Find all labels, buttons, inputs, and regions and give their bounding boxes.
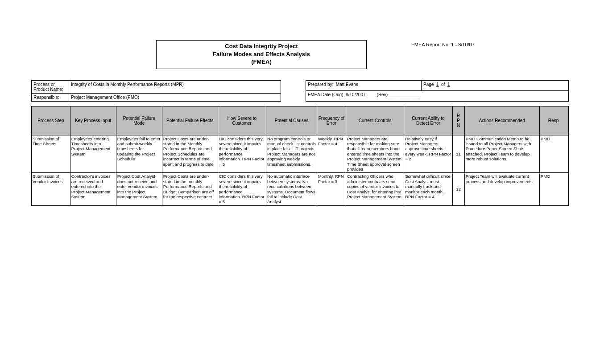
meta-row: Process or Product Name: Integrity of Co… — [31, 80, 569, 102]
report-label: FMEA Report No. 1 - 8/10/07 — [411, 40, 475, 47]
title-line1: Cost Data Integrity Project — [161, 42, 362, 50]
meta-left-table: Process or Product Name: Integrity of Co… — [31, 80, 281, 102]
responsible-label: Responsible: — [32, 93, 69, 101]
rev-value: ____________ — [389, 92, 419, 97]
hdr-detect: Current Ability to Detect Error — [404, 106, 452, 135]
cell-key-input: Contractor's invoices are received and e… — [70, 173, 116, 205]
cell-rpn: 11 — [452, 135, 464, 173]
fmea-date-label: FMEA Date (Orig) — [308, 92, 343, 97]
hdr-frequency: Frequency of Error — [317, 106, 346, 135]
cell-detect: Relatively easy if Project Managers appr… — [404, 135, 452, 173]
page-container: Cost Data Integrity Project Failure Mode… — [0, 0, 600, 206]
meta-right-table: Prepared by: Matt Evans Page 1 of 1 FMEA… — [306, 80, 569, 102]
prepared-by-cell: Prepared by: Matt Evans — [306, 80, 422, 91]
meta-gap — [281, 80, 306, 102]
cell-controls: Project Managers are responsible for mak… — [346, 135, 404, 173]
cell-resp: PMO — [539, 135, 568, 173]
process-label: Process or Product Name: — [32, 80, 69, 93]
hdr-resp: Resp. — [539, 106, 568, 135]
page-cell: Page 1 of 1 — [422, 80, 569, 91]
cell-causes: No automatic interface between systems. … — [266, 173, 317, 205]
cell-failure-mode: Project Cost Analyst does not receive an… — [116, 173, 162, 205]
hdr-process-step: Process Step — [32, 106, 70, 135]
cell-failure-effects: Project Costs are under-stated in the mo… — [162, 173, 218, 205]
cell-actions: Project Team will evaluate current proce… — [464, 173, 539, 205]
cell-actions: PMO Communication Memo to be issued to a… — [464, 135, 539, 173]
hdr-rpn: R P N — [452, 106, 464, 135]
cell-process-step: Submission of Time Sheets — [32, 135, 70, 173]
hdr-failure-mode: Potential Failure Mode — [116, 106, 162, 135]
cell-key-input: Employees entering Timesheets into Proje… — [70, 135, 116, 173]
cell-severe: CIO considers this very severe since it … — [218, 135, 266, 173]
title-box: Cost Data Integrity Project Failure Mode… — [156, 40, 367, 69]
prepared-by-value: Matt Evans — [336, 82, 358, 87]
page-total: 1 — [447, 82, 450, 87]
cell-severe: CIO considers this very severe since it … — [218, 173, 266, 205]
title-line2: Failure Modes and Effects Analysis — [161, 50, 362, 58]
hdr-failure-effects: Potential Failure Effects — [162, 106, 218, 135]
fmea-table: Process Step Key Process Input Potential… — [31, 106, 569, 206]
cell-causes: No program controls or manual check list… — [266, 135, 317, 173]
hdr-causes: Potential Causes — [266, 106, 317, 135]
fmea-date-value: 8/10/2007 — [346, 92, 366, 97]
process-value: Integrity of Costs in Monthly Performanc… — [69, 80, 281, 93]
cell-rpn: 12 — [452, 173, 464, 205]
prepared-by-label: Prepared by: — [308, 82, 333, 87]
header-row: Cost Data Integrity Project Failure Mode… — [31, 40, 569, 69]
cell-process-step: Submission of Vendor Invoices — [32, 173, 70, 205]
header-row: Process Step Key Process Input Potential… — [32, 106, 569, 135]
hdr-controls: Current Controls — [346, 106, 404, 135]
hdr-severe: How Severe to Customer — [218, 106, 266, 135]
page-label: Page — [423, 82, 434, 87]
rev-label: (Rev) — [377, 92, 388, 97]
cell-resp: PMO — [539, 173, 568, 205]
cell-controls: Contracting Officers who administer cont… — [346, 173, 404, 205]
cell-detect: Somewhat difficult since Cost Analyst mu… — [404, 173, 452, 205]
fmea-date-cell: FMEA Date (Orig) 8/10/2007 (Rev) _______… — [306, 91, 569, 102]
responsible-value: Project Management Office (PMO) — [69, 93, 281, 101]
cell-failure-effects: Project Costs are under-stated in the Mo… — [162, 135, 218, 173]
cell-frequency: Weekly. RPN Factor = 4 — [317, 135, 346, 173]
cell-failure-mode: Employees fail to enter and submit weekl… — [116, 135, 162, 173]
hdr-actions: Actions Recommended — [464, 106, 539, 135]
hdr-key-input: Key Process Input — [70, 106, 116, 135]
table-row: Submission of Time Sheets Employees ente… — [32, 135, 569, 173]
page-num: 1 — [436, 82, 439, 87]
title-line3: (FMEA) — [161, 58, 362, 66]
cell-frequency: Monthly. RPN Factor = 3 — [317, 173, 346, 205]
page-of: of — [441, 82, 445, 87]
table-row: Submission of Vendor Invoices Contractor… — [32, 173, 569, 205]
